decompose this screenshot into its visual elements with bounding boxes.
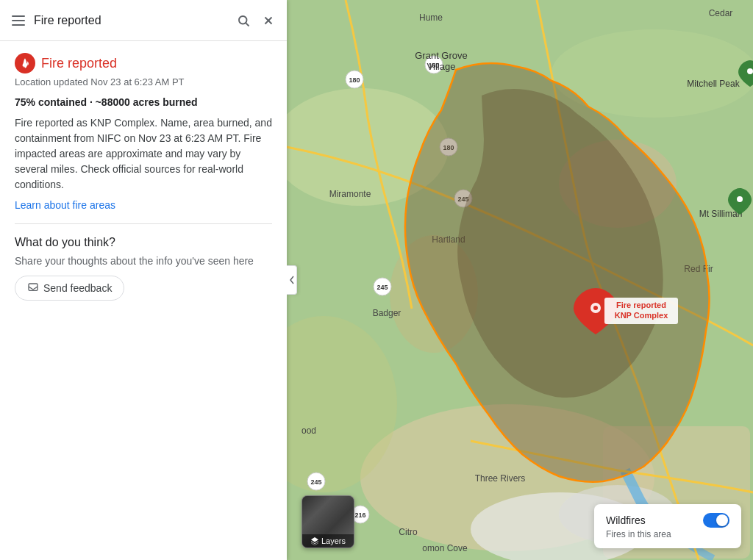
svg-point-0 — [239, 16, 247, 24]
map-container[interactable]: 180 180 180 245 245 245 216 Hume Cedar G… — [287, 0, 753, 560]
layers-icon — [310, 536, 319, 545]
svg-line-1 — [246, 23, 249, 26]
svg-point-45 — [737, 196, 743, 202]
location-updated: Location updated Nov 23 at 6:23 AM PT — [15, 76, 272, 87]
collapse-panel-button[interactable] — [287, 265, 297, 295]
svg-text:Badger: Badger — [373, 308, 402, 318]
wildfires-toggle[interactable] — [703, 513, 729, 528]
svg-text:ood: ood — [301, 426, 316, 436]
map-background: 180 180 180 245 245 245 216 Hume Cedar G… — [287, 0, 753, 560]
svg-text:Mitchell Peak: Mitchell Peak — [687, 79, 740, 89]
search-input[interactable] — [34, 14, 228, 27]
svg-text:Grant Grove: Grant Grove — [415, 50, 468, 61]
info-content: Fire reported Location updated Nov 23 at… — [0, 41, 287, 560]
layers-label-overlay: Layers — [302, 534, 354, 548]
send-feedback-label: Send feedback — [43, 282, 112, 294]
fires-in-area: Fires in this area — [606, 529, 729, 539]
send-feedback-button[interactable]: Send feedback — [15, 276, 124, 301]
svg-text:KNP Complex: KNP Complex — [615, 311, 668, 320]
divider — [15, 223, 272, 224]
svg-text:Three Rivers: Three Rivers — [475, 473, 526, 484]
fire-icon — [19, 57, 31, 69]
layers-button[interactable]: Layers — [301, 495, 354, 548]
svg-text:245: 245 — [376, 284, 388, 291]
wildfires-row: Wildfires — [606, 513, 729, 528]
containment-info: 75% contained · ~88000 acres burned — [15, 96, 272, 108]
fire-description: Fire reported as KNP Complex. Name, area… — [15, 115, 272, 193]
feedback-icon — [27, 282, 39, 294]
svg-text:Citro: Citro — [399, 527, 418, 537]
svg-text:Hume: Hume — [419, 12, 443, 23]
svg-text:omon Cove: omon Cove — [422, 543, 468, 553]
feedback-heading: What do you think? — [15, 236, 272, 249]
wildfires-label: Wildfires — [606, 514, 646, 526]
svg-text:Miramonte: Miramonte — [329, 189, 371, 199]
feedback-section: What do you think? Share your thoughts a… — [15, 236, 272, 301]
svg-marker-51 — [311, 537, 318, 542]
app-container: Fire reported Location updated Nov 23 at… — [0, 0, 753, 560]
toggle-knob — [716, 514, 728, 526]
svg-text:180: 180 — [349, 76, 360, 84]
learn-about-fire-areas-link[interactable]: Learn about fire areas — [15, 199, 115, 211]
svg-text:Fire reported: Fire reported — [616, 301, 666, 309]
layers-label: Layers — [321, 536, 346, 545]
search-bar — [0, 0, 287, 41]
fire-title-row: Fire reported — [15, 53, 272, 73]
wildfires-card: Wildfires Fires in this area — [594, 504, 741, 548]
hamburger-menu-icon[interactable] — [9, 12, 28, 29]
fire-icon-circle — [15, 53, 35, 73]
svg-point-47 — [593, 306, 598, 310]
svg-text:245: 245 — [310, 478, 321, 486]
svg-text:216: 216 — [354, 511, 365, 519]
close-button[interactable] — [259, 11, 278, 30]
svg-text:Village: Village — [427, 61, 456, 72]
svg-text:Cedar: Cedar — [709, 8, 733, 18]
svg-point-44 — [747, 68, 753, 74]
search-button[interactable] — [234, 11, 253, 30]
collapse-arrow-icon — [289, 276, 295, 284]
left-panel: Fire reported Location updated Nov 23 at… — [0, 0, 287, 560]
feedback-subtext: Share your thoughts about the info you'v… — [15, 255, 272, 267]
fire-title: Fire reported — [41, 56, 117, 71]
